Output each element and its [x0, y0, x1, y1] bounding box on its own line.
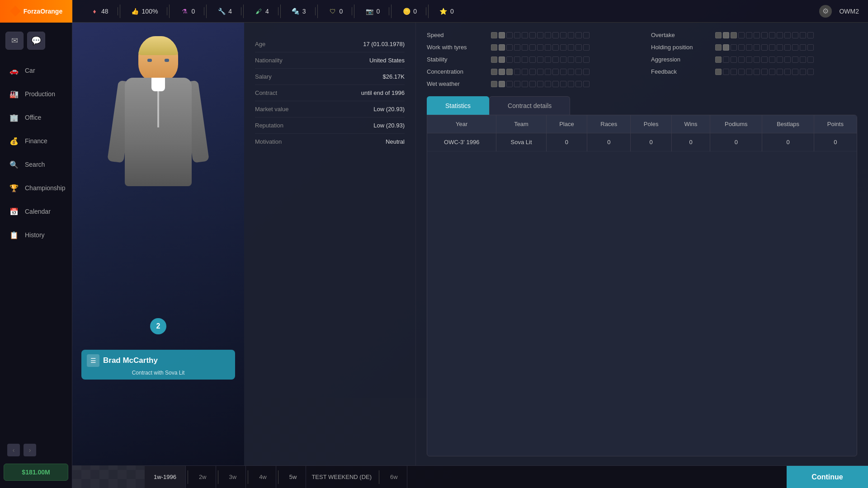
driver-head	[138, 36, 178, 81]
bar	[560, 81, 566, 87]
attr-feedback-label: Feedback	[651, 68, 710, 75]
sidebar-item-championship[interactable]: 🏆 Championship	[0, 176, 72, 200]
history-icon: 📋	[9, 230, 19, 240]
driver-stripe	[157, 91, 159, 127]
continue-button[interactable]: Continue	[787, 466, 868, 488]
attr-overtake-bars	[715, 32, 814, 38]
arrow-right-button[interactable]: ›	[24, 444, 36, 456]
attr-overtake-label: Overtake	[651, 32, 710, 38]
current-week-label: 1w-1996	[154, 474, 176, 480]
sidebar-quick-icons: ✉ 💬	[0, 27, 72, 54]
bar	[754, 56, 760, 63]
timeline-3w[interactable]: 3w	[220, 466, 246, 488]
bar	[529, 32, 536, 38]
attr-tyres: Work with tyres	[427, 44, 633, 51]
info-row-motivation: Motivation Neutral	[255, 134, 405, 150]
attr-aggression-bars	[715, 56, 814, 63]
cell-year: OWC-3' 1996	[427, 133, 496, 151]
championship-icon: 🏆	[9, 183, 19, 193]
bar	[723, 44, 729, 51]
stats-tabs-section: Statistics Contract details Year Team Pl…	[416, 96, 868, 465]
driver-portrait: 2 ☰ Brad McCarthy Contract with Sova Lit	[72, 23, 244, 465]
bar	[545, 56, 551, 63]
stats-panel: Speed	[416, 23, 868, 465]
table-header-row: Year Team Place Races Poles Wins Podiums…	[427, 115, 857, 133]
cell-team: Sova Lit	[496, 133, 546, 151]
stat-parts-value: 3	[302, 8, 306, 15]
mail-button[interactable]: ✉	[5, 32, 24, 50]
timeline-5w[interactable]: 5w	[280, 466, 307, 488]
bar	[761, 32, 768, 38]
app-logo[interactable]: ForzaOrange	[0, 0, 72, 23]
timeline-6w[interactable]: 6w	[381, 466, 407, 488]
helmet-icon: 📷	[365, 7, 373, 15]
bar	[529, 69, 536, 75]
bar	[754, 44, 760, 51]
chat-button[interactable]: 💬	[27, 32, 45, 50]
bar	[537, 56, 543, 63]
info-row-contract: Contract until end of 1996	[255, 85, 405, 101]
col-header-points: Points	[814, 115, 857, 133]
age-value: 17 (01.03.1978)	[363, 41, 405, 47]
cell-place: 0	[546, 133, 587, 151]
timeline-2w[interactable]: 2w	[190, 466, 216, 488]
bar	[777, 69, 783, 75]
stat-flask: ⚗ 0	[171, 7, 204, 15]
stat-parts: 🔩 3	[283, 7, 316, 15]
bar	[769, 32, 775, 38]
stat-flask-value: 0	[191, 8, 195, 15]
shield-icon: 🛡	[329, 7, 337, 15]
stat-diamonds-value: 48	[101, 8, 108, 15]
bar	[738, 32, 745, 38]
bar	[583, 81, 590, 87]
balance-display[interactable]: $181.00M	[4, 464, 68, 481]
stat-approval: 👍 100%	[122, 7, 168, 15]
sidebar-item-search[interactable]: 🔍 Search	[0, 153, 72, 176]
bar	[576, 32, 582, 38]
bar	[800, 56, 806, 63]
arrow-left-button[interactable]: ‹	[7, 444, 20, 456]
diamond-icon: ♦	[90, 7, 99, 15]
bar	[506, 81, 513, 87]
attr-aggression: Aggression	[651, 56, 857, 63]
reputation-label: Reputation	[255, 122, 283, 129]
bar	[514, 56, 520, 63]
sidebar-item-history[interactable]: 📋 History	[0, 223, 72, 247]
bar	[761, 69, 768, 75]
stat-wrench: 🔧 4	[208, 7, 241, 15]
bar	[529, 44, 536, 51]
bar	[746, 69, 752, 75]
driver-profile-icon: ☰	[87, 354, 99, 367]
timeline-4w[interactable]: 4w	[250, 466, 276, 488]
bottom-timeline-bar: 1w-1996 2w 3w 4w 5w TEST WEEKEND (DE) 6w	[145, 465, 868, 488]
col-header-team: Team	[496, 115, 546, 133]
timeline: 1w-1996 2w 3w 4w 5w TEST WEEKEND (DE) 6w	[145, 466, 868, 488]
sidebar-item-car[interactable]: 🚗 Car	[0, 59, 72, 82]
sidebar-item-production[interactable]: 🏭 Production	[0, 82, 72, 106]
tab-contract-details[interactable]: Contract details	[489, 96, 570, 115]
age-label: Age	[255, 41, 265, 47]
sidebar-item-office[interactable]: 🏢 Office	[0, 106, 72, 129]
driver-contract-label: Contract with Sova Lit	[87, 370, 230, 376]
contract-value: until end of 1996	[361, 89, 405, 96]
bar	[560, 56, 566, 63]
market-value-value: Low (20.93)	[373, 106, 405, 113]
sidebar-label-finance: Finance	[25, 137, 47, 145]
bar	[792, 32, 798, 38]
col-header-podiums: Podiums	[710, 115, 762, 133]
attr-overtake: Overtake	[651, 32, 857, 38]
nationality-value: United States	[369, 57, 405, 64]
bar	[545, 44, 551, 51]
tab-statistics[interactable]: Statistics	[427, 96, 489, 115]
bar	[784, 44, 791, 51]
sidebar-item-finance[interactable]: 💰 Finance	[0, 129, 72, 153]
settings-button[interactable]: ⚙	[819, 5, 832, 18]
bar	[545, 81, 551, 87]
bar	[514, 69, 520, 75]
bar	[506, 69, 513, 75]
sidebar-item-calendar[interactable]: 📅 Calendar	[0, 200, 72, 223]
bar	[499, 44, 505, 51]
bar	[777, 44, 783, 51]
salary-value: $26.17K	[383, 73, 405, 80]
driver-face	[144, 59, 173, 77]
